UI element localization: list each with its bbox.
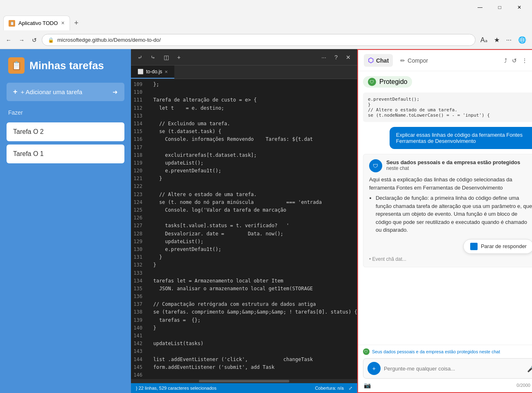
chat-refresh-button[interactable]: ↺ [510,56,518,66]
code-line: 109 }; [131,81,357,88]
code-line: 112 let t = e. destino; [131,104,357,112]
microphone-button[interactable]: 🎤 [527,365,532,373]
chat-open-button[interactable]: ⤴ [503,56,509,66]
tab-bar: 📋 Aplicativo TODO ✕ + [0,15,532,31]
lock-icon: 🔒 [48,37,54,43]
bot-privacy-subtitle: neste chat [386,165,520,171]
task-item-1[interactable]: Tarefa O 2 [7,122,124,141]
input-area[interactable]: + 🎤 [363,358,532,379]
browser-tab[interactable]: 📋 Aplicativo TODO ✕ [3,16,70,30]
editor-close-button[interactable]: ✕ [343,52,354,62]
bot-point-1: Declaração de função: a primeira linha d… [376,194,532,234]
horizontal-scrollbar[interactable] [131,379,357,383]
code-line: 113 [131,112,357,120]
bot-message: 🛡 Seus dados pessoais e da empresa estão… [363,154,532,267]
code-line: 124 se (t. nome do nó para minúscula ===… [131,199,357,206]
address-bar[interactable]: 🔒 microsoftedge.github.io/Demos/demo-to-… [42,34,476,46]
chat-panel: ⬡ Chat ✏ Compor ⤴ ↺ ⋮ ✕ 🛡 Protegido [357,49,532,393]
editor-tool-1[interactable]: ⤶ [134,52,146,62]
code-line: 117 [131,144,357,151]
bot-message-header: 🛡 Seus dados pessoais e da empresa estão… [369,159,532,172]
editor-more-button[interactable]: ··· [318,52,329,62]
editor-tool-2[interactable]: ⤷ [147,52,159,62]
chat-input[interactable] [384,366,524,372]
code-line: 145 form.addEventListener ('submit', add… [131,364,357,371]
privacy-icon: 🛡 [363,348,370,355]
code-line: 143 [131,348,357,355]
protected-icon: 🛡 [368,78,376,86]
profile-button[interactable]: 🌐 [516,34,529,45]
code-line: 132 } [131,261,357,269]
window-controls: — □ ✕ [471,1,529,14]
code-line: 130 e.preventDefau1t(); [131,246,357,253]
tab-close-button[interactable]: ✕ [61,20,65,26]
user-message: Explicar essas linhas de código da ferra… [390,127,532,149]
maximize-button[interactable]: □ [490,1,509,14]
code-line: 120 e.preventDefau1t(); [131,167,357,175]
code-line: 127 tasks[t.value].status = t. verificad… [131,222,357,230]
code-line: 136 [131,293,357,300]
coverage-status: Cobertura: n/a [315,386,344,391]
editor-tab-todo[interactable]: ⬜ to-do.js ✕ [131,66,174,79]
add-task-button[interactable]: + + Adicionar uma tarefa ➜ [7,83,124,101]
reader-mode-button[interactable]: Aₐ [478,34,490,45]
editor-help-button[interactable]: ? [331,52,341,62]
scrollbar-thumb [199,380,289,382]
code-line: 110 [131,88,357,96]
image-input-button[interactable]: 📷 [364,382,371,388]
code-line: 111 Tarefa de alteração de custo = e> { [131,96,357,104]
chat-header-actions: ⤴ ↺ ⋮ ✕ [503,56,532,66]
tab-file-close[interactable]: ✕ [165,70,168,74]
code-line-3: // Altere o estado de uma tarefa. [368,107,532,113]
chat-body: 🛡 Protegido e.preventDefault(); } // Alt… [358,71,532,345]
bot-truncated-text: • Event chã dat... [369,256,532,262]
new-chat-button[interactable]: + [367,362,381,375]
user-message-text: Explicar essas linhas de código da ferra… [396,132,523,144]
title-bar: — □ ✕ [0,0,532,15]
bot-message-text: Aqui está a explicação das linhas de cód… [369,176,532,234]
code-content[interactable]: 109 };110111 Tarefa de alteração de cust… [131,79,357,379]
favorites-button[interactable]: ★ [491,34,502,45]
code-line: 133 [131,269,357,277]
tab-icon: 📋 [9,20,15,27]
task-item-2[interactable]: Tarefa O 1 [7,145,124,163]
compose-tab[interactable]: ✏ Compor [396,55,432,66]
code-line-4: se (t.nodeName.toLowerCase() = - = 'inpu… [368,113,532,118]
code-line: 131 } [131,253,357,261]
code-line: 138 se (tarefas. comprimento &amp;&amp;&… [131,308,357,316]
bot-avatar: 🛡 [369,159,382,172]
browser-menu-button[interactable]: ··· [504,35,514,45]
code-line: 114 // Excluindo uma tarefa. [131,120,357,128]
stop-responding-button[interactable]: Parar de responder [463,239,532,254]
chat-header: ⬡ Chat ✏ Compor ⤴ ↺ ⋮ ✕ [358,50,532,71]
todo-panel: 📋 Minhas tarefas + + Adicionar uma taref… [0,49,131,393]
plus-icon: + [13,88,18,96]
forward-button[interactable]: → [16,35,27,45]
close-button[interactable]: ✕ [510,1,529,14]
editor-toolbar: ⤶ ⤷ ◫ + ··· ? ✕ [131,49,357,66]
code-lines: 109 };110111 Tarefa de alteração de cust… [131,81,357,379]
tab-title: Aplicativo TODO [18,20,58,26]
editor-tool-3[interactable]: ◫ [160,52,172,62]
code-line: 119 updateList(); [131,159,357,167]
chat-tab[interactable]: ⬡ Chat [364,54,393,67]
minimize-button[interactable]: — [471,1,489,14]
add-task-label: + Adicionar uma tarefa [21,88,83,95]
new-tab-button[interactable]: + [72,19,81,27]
char-count: 0/2000 [516,383,530,388]
back-button[interactable]: ← [3,35,14,45]
code-line: 144 list .addEventListener ('click', cha… [131,356,357,364]
code-panel: ⤶ ⤷ ◫ + ··· ? ✕ ⬜ to-do.js ✕ 109 };11011… [131,49,357,393]
code-line-1: e.preventDefault(); [368,97,532,102]
stop-button-label: Parar de responder [481,243,527,249]
protected-badge: 🛡 Protegido [363,76,413,88]
refresh-button[interactable]: ↺ [29,35,39,45]
chat-more-button[interactable]: ⋮ [520,56,529,66]
tab-file-icon: ⬜ [138,69,144,75]
editor-tool-new[interactable]: + [174,52,184,62]
todo-header: 📋 Minhas tarefas [0,49,131,78]
code-line: 140 } [131,324,357,332]
browser-chrome: — □ ✕ 📋 Aplicativo TODO ✕ + ← → ↺ 🔒 micr… [0,0,532,49]
stop-icon [470,243,478,250]
section-label: Fazer [0,106,131,119]
